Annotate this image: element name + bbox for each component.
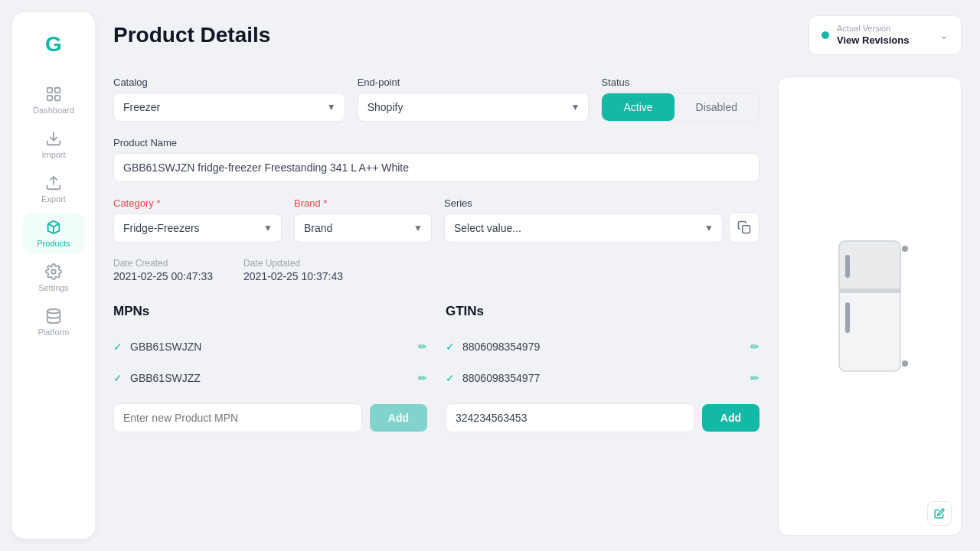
svg-point-7 bbox=[47, 309, 60, 314]
sidebar-label-settings: Settings bbox=[38, 283, 69, 292]
gtin-add-input[interactable] bbox=[446, 403, 694, 432]
series-select-wrapper: Select value... ▼ bbox=[444, 214, 723, 243]
product-name-label: Product Name bbox=[113, 137, 760, 148]
content-area: Catalog FreezerRefrigeratorWashing Machi… bbox=[113, 77, 962, 536]
sidebar-label-export: Export bbox=[41, 194, 66, 204]
status-label: Status bbox=[601, 77, 760, 88]
status-disabled-button[interactable]: Disabled bbox=[675, 93, 759, 121]
endpoint-group: End-point ShopifyWooCommerceMagento ▼ bbox=[358, 77, 590, 122]
mpn-check-icon-0: ✓ bbox=[113, 341, 122, 353]
series-label: Series bbox=[444, 197, 723, 209]
status-toggle: Active Disabled bbox=[601, 93, 760, 122]
mpn-section-title: MPNs bbox=[113, 304, 427, 319]
product-image-edit-button[interactable] bbox=[927, 501, 952, 526]
gtin-check-icon-0: ✓ bbox=[446, 341, 455, 353]
series-copy-button[interactable] bbox=[729, 212, 760, 243]
version-dropdown[interactable]: Actual Version View Revisions ⌄ bbox=[808, 15, 962, 55]
endpoint-select[interactable]: ShopifyWooCommerceMagento bbox=[358, 93, 590, 122]
svg-rect-8 bbox=[743, 226, 750, 233]
product-image-panel bbox=[778, 77, 962, 536]
svg-rect-3 bbox=[55, 96, 60, 100]
chevron-down-icon: ⌄ bbox=[939, 29, 949, 41]
brand-select[interactable]: BrandLGSamsungBosch bbox=[294, 214, 432, 243]
mpn-edit-button-1[interactable]: ✏ bbox=[418, 372, 427, 384]
mpn-list-item-0: ✓ GBB61SWJZN ✏ bbox=[113, 331, 427, 363]
gtin-value-0: 8806098354979 bbox=[462, 341, 743, 353]
brand-group: Brand * BrandLGSamsungBosch ▼ bbox=[294, 197, 432, 243]
catalog-select-wrapper: FreezerRefrigeratorWashing Machine ▼ bbox=[113, 93, 345, 122]
mpn-gtin-row: MPNs ✓ GBB61SWJZN ✏ ✓ GBB61SWJZZ ✏ Add bbox=[113, 304, 760, 432]
date-updated-label: Date Updated bbox=[243, 258, 343, 269]
endpoint-select-wrapper: ShopifyWooCommerceMagento ▼ bbox=[358, 93, 590, 122]
product-image bbox=[824, 233, 916, 379]
mpn-add-input[interactable] bbox=[113, 403, 362, 432]
sidebar-item-platform[interactable]: Platform bbox=[23, 302, 84, 343]
gtin-add-row: Add bbox=[446, 403, 760, 432]
version-status-dot bbox=[822, 31, 829, 39]
svg-rect-12 bbox=[845, 255, 850, 278]
version-value: View Revisions bbox=[837, 34, 909, 46]
sidebar-item-products[interactable]: Products bbox=[23, 213, 84, 254]
date-updated-item: Date Updated 2021-02-25 10:37:43 bbox=[243, 258, 343, 282]
sidebar-label-platform: Platform bbox=[38, 328, 70, 337]
svg-rect-11 bbox=[839, 289, 900, 293]
status-group: Status Active Disabled bbox=[601, 77, 760, 122]
mpn-value-0: GBB61SWJZN bbox=[130, 341, 410, 353]
sidebar-item-dashboard[interactable]: Dashboard bbox=[23, 80, 84, 121]
status-active-button[interactable]: Active bbox=[602, 93, 674, 121]
mpn-list-item-1: ✓ GBB61SWJZZ ✏ bbox=[113, 363, 427, 394]
sidebar-item-import[interactable]: Import bbox=[23, 124, 84, 165]
sidebar-item-settings[interactable]: Settings bbox=[23, 257, 84, 298]
page-header: Product Details Actual Version View Revi… bbox=[113, 15, 962, 55]
product-name-group: Product Name bbox=[113, 137, 760, 182]
app-logo: G bbox=[37, 28, 70, 61]
gtin-edit-button-0[interactable]: ✏ bbox=[750, 341, 760, 353]
endpoint-label: End-point bbox=[358, 77, 590, 88]
date-created-label: Date Created bbox=[113, 258, 213, 269]
date-created-value: 2021-02-25 00:47:33 bbox=[113, 270, 213, 282]
gtin-add-button[interactable]: Add bbox=[702, 404, 760, 432]
category-label: Category * bbox=[113, 197, 282, 209]
category-brand-series-row: Category * Fridge-FreezersChest Freezers… bbox=[113, 197, 760, 243]
gtin-list-item-0: ✓ 8806098354979 ✏ bbox=[446, 331, 760, 363]
svg-point-14 bbox=[902, 246, 908, 252]
svg-rect-0 bbox=[47, 88, 52, 93]
gtin-edit-button-1[interactable]: ✏ bbox=[750, 372, 760, 384]
catalog-endpoint-row: Catalog FreezerRefrigeratorWashing Machi… bbox=[113, 77, 760, 122]
gtin-list-item-1: ✓ 8806098354977 ✏ bbox=[446, 363, 760, 394]
dates-row: Date Created 2021-02-25 00:47:33 Date Up… bbox=[113, 258, 760, 282]
svg-point-15 bbox=[902, 360, 908, 367]
sidebar-item-export[interactable]: Export bbox=[23, 168, 84, 210]
series-group: Series Select value... ▼ bbox=[444, 197, 760, 243]
svg-rect-13 bbox=[845, 302, 850, 333]
sidebar-label-dashboard: Dashboard bbox=[33, 106, 74, 115]
mpn-edit-button-0[interactable]: ✏ bbox=[418, 341, 427, 353]
brand-select-wrapper: BrandLGSamsungBosch ▼ bbox=[294, 214, 432, 243]
mpn-value-1: GBB61SWJZZ bbox=[130, 372, 410, 384]
series-select-group: Series Select value... ▼ bbox=[444, 197, 723, 243]
category-select[interactable]: Fridge-FreezersChest FreezersUpright Fre… bbox=[113, 214, 282, 243]
mpn-add-button[interactable]: Add bbox=[370, 404, 427, 432]
catalog-select[interactable]: FreezerRefrigeratorWashing Machine bbox=[113, 93, 345, 122]
sidebar: G Dashboard Import Export Products bbox=[12, 12, 95, 539]
mpn-check-icon-1: ✓ bbox=[113, 372, 122, 384]
svg-rect-1 bbox=[55, 88, 60, 93]
sidebar-label-products: Products bbox=[37, 239, 70, 248]
product-name-input[interactable] bbox=[113, 153, 760, 182]
form-area: Catalog FreezerRefrigeratorWashing Machi… bbox=[113, 77, 760, 536]
catalog-label: Catalog bbox=[113, 77, 345, 88]
date-updated-value: 2021-02-25 10:37:43 bbox=[243, 270, 343, 282]
gtin-value-1: 8806098354977 bbox=[462, 372, 743, 384]
svg-rect-2 bbox=[47, 96, 52, 100]
sidebar-label-import: Import bbox=[41, 150, 65, 159]
gtin-section: GTINs ✓ 8806098354979 ✏ ✓ 8806098354977 … bbox=[446, 304, 760, 432]
series-select[interactable]: Select value... bbox=[444, 214, 723, 243]
mpn-add-row: Add bbox=[113, 403, 427, 432]
gtin-check-icon-1: ✓ bbox=[446, 372, 455, 384]
mpn-section: MPNs ✓ GBB61SWJZN ✏ ✓ GBB61SWJZZ ✏ Add bbox=[113, 304, 427, 432]
version-text-block: Actual Version View Revisions bbox=[837, 24, 932, 47]
catalog-group: Catalog FreezerRefrigeratorWashing Machi… bbox=[113, 77, 345, 122]
date-created-item: Date Created 2021-02-25 00:47:33 bbox=[113, 258, 213, 282]
version-label: Actual Version bbox=[837, 24, 932, 33]
page-title: Product Details bbox=[113, 23, 270, 47]
